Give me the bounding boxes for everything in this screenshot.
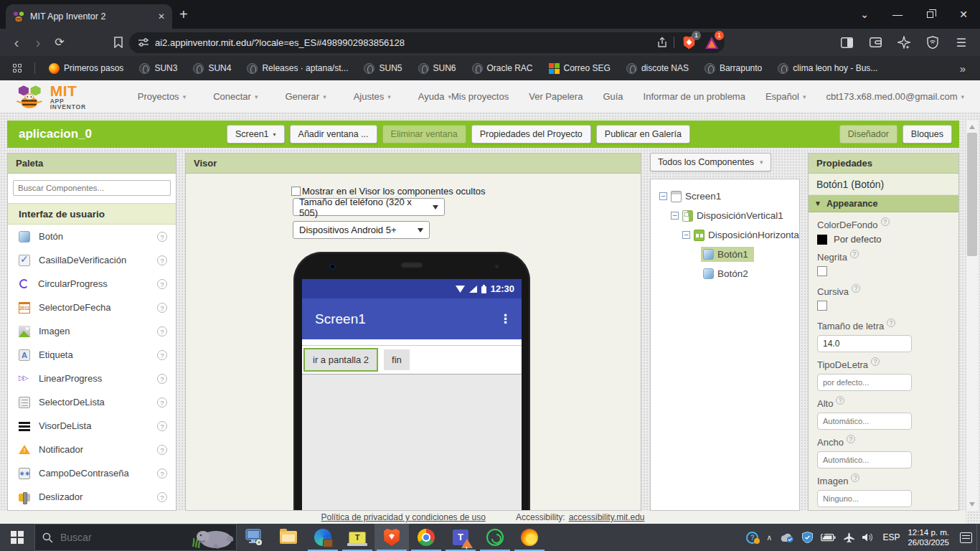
publish-gallery-button[interactable]: Publicar en Galería [596,125,690,143]
airplane-mode-icon[interactable] [844,532,854,543]
color-swatch[interactable] [817,235,827,245]
bookmark-item[interactable]: Releases · aptana/st... [240,60,354,77]
new-tab-button[interactable]: + [179,7,188,22]
help-icon[interactable]: ? [850,250,859,258]
taskbar-app-whatsapp[interactable] [478,524,512,551]
taskbar-clock[interactable]: 12:14 p. m. 26/03/2025 [908,527,949,547]
share-icon[interactable] [656,37,668,48]
phone-size-select[interactable]: Tamaño del teléfono (320 x 505) [293,198,445,216]
bookmark-item[interactable]: SUN5 [357,60,408,77]
bookmark-item[interactable]: SUN4 [187,60,237,77]
help-icon[interactable]: ? [157,492,167,502]
image-picker[interactable]: Ninguno... [817,490,912,507]
close-button[interactable]: ✕ [947,9,980,20]
help-icon[interactable]: ? [157,374,167,384]
minimize-button[interactable]: — [881,9,914,20]
palette-item-selectordefecha[interactable]: SelectorDeFecha? [8,296,176,319]
url-bar[interactable]: ai2.appinventor.mit.edu/?locale=es_ES#49… [129,32,725,53]
bookmark-item[interactable]: Barrapunto [698,60,768,77]
palette-item-campodecontrasena[interactable]: CampoDeContraseña? [8,461,176,485]
palette-item-visordelista[interactable]: VisorDeLista? [8,414,176,438]
collapse-icon[interactable]: − [659,192,667,200]
leo-ai-icon[interactable] [897,35,911,50]
help-icon[interactable]: ? [157,255,167,265]
brave-rewards-icon[interactable]: 1 [703,34,720,51]
help-icon[interactable]: ? [157,232,167,242]
screen-content-area[interactable] [302,375,522,511]
bookmark-icon[interactable] [113,37,123,48]
font-size-input[interactable] [817,335,912,352]
scrollbar-thumb[interactable] [967,133,977,256]
designer-button1[interactable]: ir a pantalla 2 [303,348,378,372]
battery-icon[interactable] [821,533,836,542]
palette-item-notificador[interactable]: Notificador? [8,438,176,461]
help-icon[interactable]: ? [871,357,880,366]
bookmark-item[interactable]: Correo SEG [542,60,617,77]
taskbar-app-terminal[interactable]: T [340,524,374,551]
help-icon[interactable]: ? [852,284,860,293]
palette-item-circularprogress[interactable]: CircularProgress? [8,272,176,296]
scroll-down-arrow[interactable] [969,502,975,507]
help-icon[interactable]: ? [887,319,895,327]
bookmarks-overflow-icon[interactable]: » [960,62,973,75]
link-informar-problema[interactable]: Informar de un problema [644,91,745,102]
palette-item-linearprogress[interactable]: LinearProgress? [8,367,176,390]
mit-app-inventor-logo[interactable]: MIT APP INVENTOR [13,83,96,111]
menu-ajustes[interactable]: Ajustes▾ [354,91,391,102]
tab-close-icon[interactable]: ✕ [158,11,165,22]
wallet-icon[interactable] [868,35,882,50]
taskbar-app-brave[interactable] [374,524,409,551]
brave-shields-icon[interactable]: 1 [680,34,697,51]
palette-item-selectordelista[interactable]: SelectorDeLista? [8,390,176,414]
bookmark-item[interactable]: discote NAS [620,60,695,77]
font-family-picker[interactable]: por defecto... [817,374,912,391]
link-mis-proyectos[interactable]: Mis proyectos [451,91,509,102]
palette-item-boton[interactable]: Botón? [8,225,176,248]
taskbar-app-chrome[interactable] [409,524,443,551]
component-search-input[interactable] [13,180,171,196]
tree-item-disposicionvertical1[interactable]: − DisposiciónVertical1 [651,206,799,225]
tree-item-boton1[interactable]: Botón1 [651,245,799,264]
selected-tree-item[interactable]: Botón1 [701,247,754,262]
height-picker[interactable]: Automático... [817,413,912,430]
tray-expand-icon[interactable]: ∧ [766,533,772,542]
horizontal-arrangement[interactable]: ir a pantalla 2 fin [302,346,522,375]
appearance-section-header[interactable]: ▼Appearance [809,195,958,212]
url-text[interactable]: ai2.appinventor.mit.edu/?locale=es_ES#49… [155,37,651,48]
taskbar-app-edge[interactable] [306,524,340,551]
background-color-picker[interactable]: Por defecto [817,234,950,245]
taskbar-app-file-explorer[interactable] [271,524,306,551]
forward-button[interactable]: › [27,32,49,53]
start-button[interactable] [0,524,34,551]
palette-section-header[interactable]: Interfaz de usuario [8,203,176,225]
defender-shield-icon[interactable] [802,532,813,543]
taskbar-app-firefox[interactable] [512,524,547,551]
help-icon[interactable]: ? [157,279,167,289]
palette-item-casilla[interactable]: CasillaDeVerificación? [8,248,176,272]
help-icon[interactable]: ? [881,217,890,226]
scroll-up-arrow[interactable] [969,125,975,129]
help-icon[interactable]: ? [157,445,167,455]
help-icon[interactable]: ? [836,396,844,405]
help-icon[interactable]: ? [157,421,167,431]
help-icon[interactable]: ? [157,350,167,360]
site-settings-icon[interactable] [138,37,149,47]
get-help-tray-icon[interactable]: ? [746,532,758,544]
menu-generar[interactable]: Generar▾ [285,91,326,102]
width-picker[interactable]: Automático... [817,451,912,468]
back-button[interactable]: ‹ [6,32,27,53]
designer-view-button[interactable]: Diseñador [839,125,897,143]
link-ver-papelera[interactable]: Ver Papelera [529,91,583,102]
bookmark-item[interactable]: Oracle RAC [466,60,540,77]
help-icon[interactable]: ? [847,435,855,443]
help-icon[interactable]: ? [851,474,859,482]
taskbar-app-remote-desktop[interactable] [237,524,271,551]
accessibility-link[interactable]: accessibility.mit.edu [569,512,645,522]
taskbar-search[interactable] [34,524,237,551]
bookmark-item[interactable]: SUN3 [133,60,184,77]
vpn-shield-icon[interactable] [925,35,940,50]
taskbar-app-teams[interactable]: T [443,524,478,551]
help-icon[interactable]: ? [157,326,167,336]
bookmark-item[interactable]: Primeros pasos [42,60,130,77]
restore-button[interactable] [914,0,947,29]
